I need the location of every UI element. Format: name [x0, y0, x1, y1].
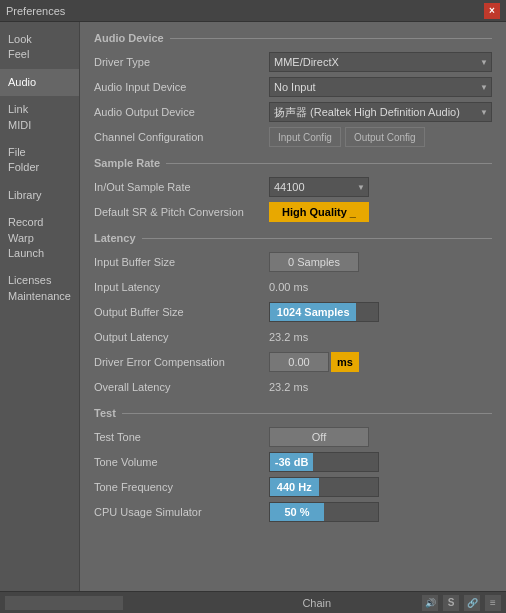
- cpu-usage-control: 50 %: [269, 502, 492, 522]
- sample-rate-select[interactable]: 44100 48000 96000: [269, 177, 369, 197]
- sidebar-item-record-warp-launch[interactable]: Record Warp Launch: [0, 209, 79, 267]
- output-latency-control: 23.2 ms: [269, 331, 492, 343]
- default-sr-row: Default SR & Pitch Conversion High Quali…: [94, 202, 492, 222]
- section-divider-3: [142, 238, 492, 239]
- title-bar: Preferences ×: [0, 0, 506, 22]
- content-area: Audio Device Driver Type MME/DirectX ASI…: [80, 22, 506, 591]
- cpu-usage-label: CPU Usage Simulator: [94, 506, 269, 518]
- default-sr-label: Default SR & Pitch Conversion: [94, 206, 269, 218]
- driver-error-unit: ms: [331, 352, 359, 372]
- s-icon[interactable]: S: [442, 594, 460, 612]
- cpu-usage-row: CPU Usage Simulator 50 %: [94, 502, 492, 522]
- output-latency-label: Output Latency: [94, 331, 269, 343]
- inout-sample-rate-control: 44100 48000 96000: [269, 177, 492, 197]
- output-buffer-label: Output Buffer Size: [94, 306, 269, 318]
- audio-output-label: Audio Output Device: [94, 106, 269, 118]
- sample-rate-title: Sample Rate: [94, 157, 160, 169]
- input-buffer-value[interactable]: 0 Samples: [269, 252, 359, 272]
- output-latency-value: 23.2 ms: [269, 331, 308, 343]
- driver-error-input[interactable]: [269, 352, 329, 372]
- default-sr-control: High Quality _: [269, 202, 492, 222]
- chain-icon[interactable]: 🔗: [463, 594, 481, 612]
- window-title: Preferences: [6, 5, 65, 17]
- cpu-usage-slider[interactable]: 50 %: [269, 502, 379, 522]
- audio-output-select[interactable]: 扬声器 (Realtek High Definition Audio): [269, 102, 492, 122]
- sidebar-item-look-feel[interactable]: Look Feel: [0, 26, 79, 69]
- high-quality-button[interactable]: High Quality _: [269, 202, 369, 222]
- audio-input-select[interactable]: No Input: [269, 77, 492, 97]
- output-buffer-slider[interactable]: 1024 Samples: [269, 302, 379, 322]
- driver-type-select[interactable]: MME/DirectX ASIO: [269, 52, 492, 72]
- tone-frequency-fill: 440 Hz: [270, 478, 319, 496]
- inout-sample-rate-label: In/Out Sample Rate: [94, 181, 269, 193]
- overall-latency-value: 23.2 ms: [269, 381, 308, 393]
- menu-icon[interactable]: ≡: [484, 594, 502, 612]
- tone-frequency-control: 440 Hz: [269, 477, 492, 497]
- section-divider-4: [122, 413, 492, 414]
- sidebar-item-file-folder[interactable]: File Folder: [0, 139, 79, 182]
- overall-latency-row: Overall Latency 23.2 ms: [94, 377, 492, 397]
- output-buffer-fill: 1024 Samples: [270, 303, 356, 321]
- latency-title: Latency: [94, 232, 136, 244]
- output-latency-row: Output Latency 23.2 ms: [94, 327, 492, 347]
- channel-config-label: Channel Configuration: [94, 131, 269, 143]
- tone-frequency-slider[interactable]: 440 Hz: [269, 477, 379, 497]
- overall-latency-control: 23.2 ms: [269, 381, 492, 393]
- input-latency-row: Input Latency 0.00 ms: [94, 277, 492, 297]
- input-latency-value: 0.00 ms: [269, 281, 308, 293]
- driver-type-label: Driver Type: [94, 56, 269, 68]
- speaker-icon[interactable]: 🔊: [421, 594, 439, 612]
- overall-latency-label: Overall Latency: [94, 381, 269, 393]
- bottom-meter-left: [4, 595, 124, 611]
- test-tone-button[interactable]: Off: [269, 427, 369, 447]
- bottom-chain-label: Chain: [213, 597, 422, 609]
- audio-input-control: No Input: [269, 77, 492, 97]
- sample-rate-section-header: Sample Rate: [94, 157, 492, 169]
- input-config-button[interactable]: Input Config: [269, 127, 341, 147]
- section-divider-2: [166, 163, 492, 164]
- sidebar-item-licenses-maintenance[interactable]: Licenses Maintenance: [0, 267, 79, 310]
- test-tone-label: Test Tone: [94, 431, 269, 443]
- tone-volume-slider[interactable]: -36 dB: [269, 452, 379, 472]
- sidebar-item-library[interactable]: Library: [0, 182, 79, 209]
- sample-rate-select-wrapper[interactable]: 44100 48000 96000: [269, 177, 369, 197]
- tone-volume-label: Tone Volume: [94, 456, 269, 468]
- input-latency-control: 0.00 ms: [269, 281, 492, 293]
- input-latency-label: Input Latency: [94, 281, 269, 293]
- test-title: Test: [94, 407, 116, 419]
- cpu-usage-fill: 50 %: [270, 503, 324, 521]
- sidebar-item-link-midi[interactable]: Link MIDI: [0, 96, 79, 139]
- bottom-left: [4, 595, 213, 611]
- test-tone-row: Test Tone Off: [94, 427, 492, 447]
- main-container: Look Feel Audio Link MIDI File Folder Li…: [0, 22, 506, 591]
- tone-volume-control: -36 dB: [269, 452, 492, 472]
- input-buffer-row: Input Buffer Size 0 Samples: [94, 252, 492, 272]
- audio-output-row: Audio Output Device 扬声器 (Realtek High De…: [94, 102, 492, 122]
- tone-frequency-label: Tone Frequency: [94, 481, 269, 493]
- driver-error-control: ms: [269, 352, 492, 372]
- close-button[interactable]: ×: [484, 3, 500, 19]
- latency-section-header: Latency: [94, 232, 492, 244]
- audio-output-select-wrapper[interactable]: 扬声器 (Realtek High Definition Audio): [269, 102, 492, 122]
- driver-error-label: Driver Error Compensation: [94, 356, 269, 368]
- driver-type-row: Driver Type MME/DirectX ASIO: [94, 52, 492, 72]
- config-btn-row: Input Config Output Config: [269, 127, 492, 147]
- audio-output-control: 扬声器 (Realtek High Definition Audio): [269, 102, 492, 122]
- tone-volume-fill: -36 dB: [270, 453, 313, 471]
- audio-input-label: Audio Input Device: [94, 81, 269, 93]
- driver-error-input-row: ms: [269, 352, 492, 372]
- tone-frequency-row: Tone Frequency 440 Hz: [94, 477, 492, 497]
- output-config-button[interactable]: Output Config: [345, 127, 425, 147]
- sidebar: Look Feel Audio Link MIDI File Folder Li…: [0, 22, 80, 591]
- channel-config-control: Input Config Output Config: [269, 127, 492, 147]
- sidebar-item-audio[interactable]: Audio: [0, 69, 79, 96]
- driver-type-select-wrapper[interactable]: MME/DirectX ASIO: [269, 52, 492, 72]
- audio-input-select-wrapper[interactable]: No Input: [269, 77, 492, 97]
- output-buffer-row: Output Buffer Size 1024 Samples: [94, 302, 492, 322]
- section-divider: [170, 38, 492, 39]
- input-buffer-control: 0 Samples: [269, 252, 492, 272]
- test-section-header: Test: [94, 407, 492, 419]
- bottom-icons: 🔊 S 🔗 ≡: [421, 594, 502, 612]
- driver-type-control: MME/DirectX ASIO: [269, 52, 492, 72]
- channel-config-row: Channel Configuration Input Config Outpu…: [94, 127, 492, 147]
